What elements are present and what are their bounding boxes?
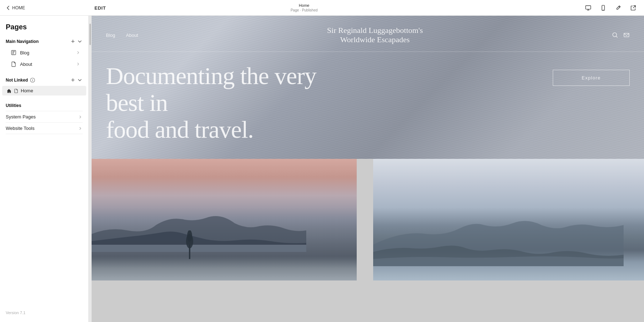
- collapse-main-nav-button[interactable]: [77, 39, 83, 44]
- main-navigation-label: Main Navigation: [6, 39, 39, 44]
- hero-text: Documenting the very best in food and tr…: [106, 63, 356, 143]
- mail-icon: [623, 32, 630, 38]
- system-pages-item[interactable]: System Pages: [6, 111, 83, 122]
- site-nav: Blog About Sir Reginald Luggagebottom's …: [92, 16, 644, 52]
- top-bar: HOME EDIT Home Page · Published: [0, 0, 644, 16]
- blog-label: Blog: [20, 50, 29, 55]
- tree-silhouette: [184, 230, 195, 259]
- home-item-label: Home: [21, 88, 33, 93]
- site-title-line2: Worldwide Escapades: [138, 35, 612, 44]
- nav-about-link[interactable]: About: [126, 33, 138, 38]
- sidebar-item-blog[interactable]: Blog: [2, 47, 86, 58]
- about-label: About: [20, 62, 32, 67]
- images-section: [92, 159, 644, 280]
- not-linked-header: Not Linked +: [0, 74, 88, 86]
- top-bar-left: HOME: [6, 5, 25, 10]
- nav-blog-link[interactable]: Blog: [106, 33, 115, 38]
- site-title: Sir Reginald Luggagebottom's Worldwide E…: [138, 26, 612, 44]
- home-page-icon: [14, 88, 19, 93]
- desktop-icon: [585, 5, 591, 11]
- svg-rect-8: [92, 245, 306, 252]
- main-nav-actions: +: [71, 38, 83, 45]
- sidebar-title: Pages: [0, 16, 88, 35]
- explore-button-wrap: Explore: [553, 70, 630, 86]
- collapse-not-linked-button[interactable]: [77, 77, 83, 83]
- system-pages-label: System Pages: [6, 114, 36, 119]
- system-pages-chevron-icon: [78, 115, 83, 119]
- hero-section: Blog About Sir Reginald Luggagebottom's …: [92, 16, 644, 159]
- mobile-view-button[interactable]: [598, 3, 608, 13]
- blog-icon: [11, 50, 16, 55]
- page-title: Home: [299, 3, 309, 8]
- preview-area: Blog About Sir Reginald Luggagebottom's …: [92, 16, 644, 322]
- site-preview: Blog About Sir Reginald Luggagebottom's …: [92, 16, 644, 322]
- mountain-silhouette-left: [92, 198, 306, 252]
- utilities-section: Utilities System Pages Website Tools: [0, 103, 88, 134]
- explore-button[interactable]: Explore: [553, 70, 630, 86]
- svg-rect-7: [624, 33, 629, 37]
- main-navigation-header: Main Navigation +: [0, 35, 88, 47]
- sidebar-item-home[interactable]: Home: [2, 86, 86, 96]
- sidebar: Pages Main Navigation + Bl: [0, 16, 89, 322]
- not-linked-label: Not Linked: [6, 78, 28, 83]
- blog-chevron-icon: [76, 50, 80, 55]
- home-active-icon: [6, 88, 11, 93]
- edit-label-wrap: EDIT: [89, 0, 106, 16]
- site-nav-icons: [612, 32, 630, 38]
- hero-heading-line1: Documenting the very best in: [106, 62, 316, 116]
- add-main-nav-button[interactable]: +: [71, 38, 75, 45]
- hero-content: Documenting the very best in food and tr…: [92, 52, 644, 143]
- open-external-button[interactable]: [628, 3, 638, 13]
- sidebar-item-about[interactable]: About: [2, 59, 86, 69]
- svg-rect-0: [586, 5, 591, 9]
- page-icon: [11, 61, 16, 67]
- sidebar-scrollbar[interactable]: [89, 16, 92, 322]
- main-layout: Pages Main Navigation + Bl: [0, 16, 644, 322]
- website-tools-label: Website Tools: [6, 126, 34, 131]
- add-not-linked-button[interactable]: +: [71, 77, 75, 83]
- not-linked-actions: +: [71, 77, 83, 83]
- edit-label: EDIT: [94, 5, 106, 11]
- svg-point-11: [187, 230, 192, 241]
- svg-point-2: [603, 9, 603, 10]
- chevron-down-icon-2: [77, 77, 83, 83]
- hero-heading: Documenting the very best in food and tr…: [106, 63, 356, 143]
- arrow-left-icon: [6, 5, 11, 10]
- back-home-link[interactable]: HOME: [6, 5, 25, 10]
- svg-point-6: [613, 33, 617, 37]
- paint-icon: [615, 5, 621, 11]
- landscape-image-right: [373, 159, 644, 280]
- sidebar-scrollbar-thumb: [89, 24, 91, 45]
- website-tools-chevron-icon: [78, 126, 83, 131]
- back-label: HOME: [12, 5, 25, 10]
- edit-design-button[interactable]: [613, 3, 623, 13]
- hero-heading-line2: food and travel.: [106, 116, 254, 143]
- page-info: Home Page · Published: [291, 3, 318, 13]
- site-nav-links: Blog About: [106, 33, 138, 38]
- chevron-down-icon: [77, 39, 83, 44]
- site-title-line1: Sir Reginald Luggagebottom's: [138, 26, 612, 35]
- mountain-silhouette-right: [373, 195, 624, 266]
- external-link-icon: [630, 5, 636, 11]
- page-status: Page · Published: [291, 8, 318, 13]
- mobile-icon: [600, 5, 606, 11]
- version-label: Version 7.1: [0, 303, 88, 322]
- website-tools-item[interactable]: Website Tools: [6, 122, 83, 134]
- utilities-title: Utilities: [6, 103, 83, 108]
- info-icon: [30, 78, 35, 83]
- landscape-image-left: [92, 159, 357, 280]
- search-icon: [612, 32, 618, 38]
- not-linked-section: Not Linked +: [0, 74, 88, 96]
- top-bar-right: [583, 3, 638, 13]
- about-chevron-icon: [76, 62, 80, 66]
- desktop-view-button[interactable]: [583, 3, 593, 13]
